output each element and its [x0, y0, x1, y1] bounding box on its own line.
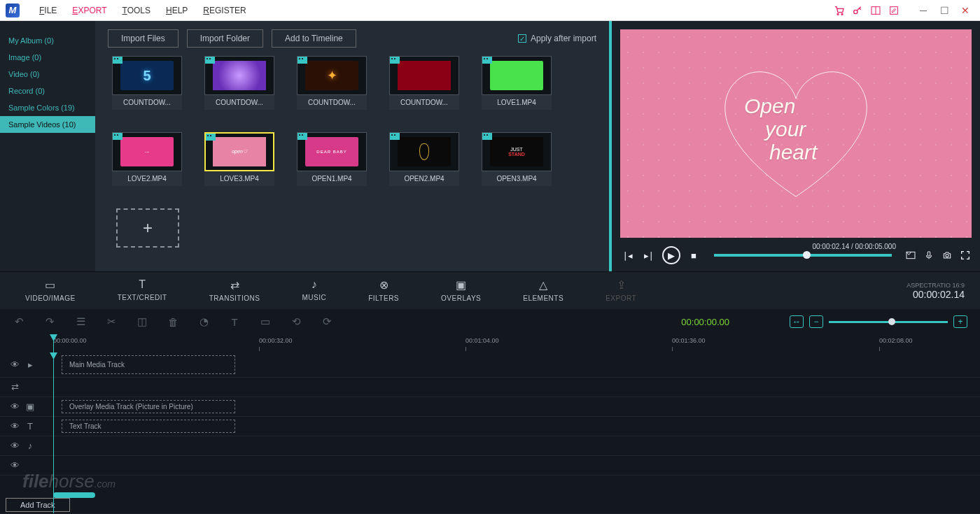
- key-icon[interactable]: [851, 4, 864, 17]
- next-frame-button[interactable]: ▸∣: [641, 248, 657, 263]
- ruler-tick: 00:01:04.00: [465, 337, 499, 344]
- rotate-left-icon[interactable]: ⟲: [290, 315, 302, 328]
- tab-textcredit[interactable]: TTEXT/CREDIT: [97, 276, 188, 306]
- track-extra[interactable]: 👁: [0, 456, 980, 476]
- tab-filters[interactable]: ⊗FILTERS: [347, 276, 420, 306]
- mode-tabbar: ▭VIDEO/IMAGETTEXT/CREDIT⇄TRANSITIONS♪MUS…: [0, 271, 980, 309]
- eye-icon[interactable]: 👁: [10, 360, 20, 370]
- menu-export[interactable]: EXPORT: [65, 3, 113, 18]
- swap-icon[interactable]: ⇄: [10, 383, 20, 392]
- timeline-cursor-time: 00:00:00.00: [681, 317, 729, 327]
- media-item-5[interactable]: ···LOVE2.MP4: [112, 132, 182, 186]
- window-minimize[interactable]: ─: [914, 3, 932, 18]
- media-label: OPEN2.MP4: [389, 171, 459, 186]
- cart-icon[interactable]: [833, 4, 846, 17]
- overlay-track-placeholder[interactable]: Overlay Media Track (Picture in Picture): [62, 400, 235, 413]
- playhead[interactable]: [53, 334, 54, 352]
- sidebar-sample-videos[interactable]: Sample Videos (10): [0, 116, 95, 133]
- media-item-1[interactable]: COUNTDOW...: [204, 56, 274, 110]
- eye-icon[interactable]: 👁: [10, 422, 20, 431]
- overlay-track-icon: ▣: [25, 402, 35, 412]
- sidebar-video[interactable]: Video (0): [0, 66, 95, 83]
- crop2-icon[interactable]: ▭: [259, 315, 272, 328]
- audio-track-icon: ♪: [25, 441, 35, 451]
- timecode-display: 00:00:02.14: [906, 289, 965, 300]
- settings-icon[interactable]: ☰: [74, 315, 87, 328]
- svg-point-2: [854, 10, 858, 13]
- cut-icon[interactable]: ✂: [105, 315, 118, 328]
- track-audio[interactable]: 👁♪: [0, 436, 980, 456]
- tab-overlays[interactable]: ▣OVERLAYS: [420, 276, 502, 306]
- snapshot-icon[interactable]: [904, 249, 917, 262]
- fullscreen-icon[interactable]: [959, 249, 972, 262]
- rotate-right-icon[interactable]: ⟳: [321, 315, 333, 328]
- timeline: 👁▸ Main Media Track ⇄ 👁▣ Overlay Media T…: [0, 352, 980, 513]
- speed-icon[interactable]: ◔: [197, 315, 210, 328]
- prev-frame-button[interactable]: ∣◂: [620, 248, 636, 263]
- import-folder-button[interactable]: Import Folder: [187, 29, 263, 48]
- track-swap[interactable]: ⇄: [0, 378, 980, 397]
- zoom-out-button[interactable]: −: [809, 315, 823, 328]
- voiceover-icon[interactable]: [923, 249, 935, 262]
- track-text[interactable]: 👁T Text Track: [0, 417, 980, 436]
- import-files-button[interactable]: Import Files: [108, 29, 178, 48]
- svg-rect-7: [927, 252, 930, 256]
- media-item-6[interactable]: open♡LOVE3.MP4: [204, 132, 274, 186]
- main-track-placeholder[interactable]: Main Media Track: [62, 355, 235, 374]
- timeline-ruler[interactable]: 00:00:00.0000:00:32.0000:01:04.0000:01:3…: [0, 334, 980, 352]
- preview-seek-slider[interactable]: [714, 254, 892, 257]
- tab-transitions[interactable]: ⇄TRANSITIONS: [188, 276, 281, 306]
- eye-icon[interactable]: 👁: [10, 402, 20, 412]
- zoom-fit-button[interactable]: ↔: [790, 315, 804, 328]
- eye-icon[interactable]: 👁: [10, 461, 20, 471]
- tab-music[interactable]: ♪MUSIC: [281, 276, 347, 306]
- menu-register[interactable]: REGISTER: [196, 3, 253, 18]
- track-overlay[interactable]: 👁▣ Overlay Media Track (Picture in Pictu…: [0, 397, 980, 417]
- text-track-placeholder[interactable]: Text Track: [62, 420, 235, 433]
- playhead-line[interactable]: [53, 352, 54, 513]
- preview-timecode: 00:00:02.14 / 00:00:05.000: [812, 243, 896, 250]
- add-track-button[interactable]: Add Track: [6, 498, 70, 512]
- crop-icon[interactable]: ◫: [136, 315, 148, 328]
- play-button[interactable]: ▶: [662, 246, 680, 264]
- zoom-slider[interactable]: [829, 321, 948, 323]
- text-tool-icon[interactable]: T: [228, 315, 241, 328]
- track-main-media[interactable]: 👁▸ Main Media Track: [0, 352, 980, 378]
- menu-file[interactable]: FILE: [32, 3, 64, 18]
- eye-icon[interactable]: 👁: [10, 441, 20, 451]
- window-maximize[interactable]: ☐: [935, 3, 953, 18]
- add-media-button[interactable]: +: [116, 208, 179, 248]
- timeline-hscroll[interactable]: [53, 492, 95, 498]
- apply-after-import-checkbox[interactable]: ✓Apply after import: [518, 34, 596, 43]
- layout-icon[interactable]: [869, 4, 882, 17]
- sidebar-image[interactable]: Image (0): [0, 49, 95, 66]
- undo-icon[interactable]: ↶: [13, 315, 25, 328]
- media-item-4[interactable]: LOVE1.MP4: [482, 56, 552, 110]
- delete-icon[interactable]: 🗑: [167, 315, 179, 328]
- media-item-8[interactable]: OPEN2.MP4: [389, 132, 459, 186]
- svg-rect-5: [890, 6, 898, 14]
- media-item-3[interactable]: COUNTDOW...: [389, 56, 459, 110]
- sidebar-record[interactable]: Record (0): [0, 83, 95, 99]
- edit-icon[interactable]: [888, 4, 900, 17]
- media-item-9[interactable]: JUSTSTANDOPEN3.MP4: [482, 132, 552, 186]
- svg-point-0: [837, 13, 839, 15]
- tab-videoimage[interactable]: ▭VIDEO/IMAGE: [4, 276, 97, 306]
- sidebar-sample-colors[interactable]: Sample Colors (19): [0, 99, 95, 116]
- menu-help[interactable]: HELP: [159, 3, 195, 18]
- sidebar-my-album[interactable]: My Album (0): [0, 32, 95, 49]
- media-item-2[interactable]: ✦COUNTDOW...: [297, 56, 367, 110]
- media-item-7[interactable]: DEAR BABYOPEN1.MP4: [297, 132, 367, 186]
- tab-export: ⇪EXPORT: [584, 276, 657, 306]
- add-to-timeline-button[interactable]: Add to Timeline: [272, 29, 356, 48]
- media-item-0[interactable]: 5COUNTDOW...: [112, 56, 182, 110]
- redo-icon[interactable]: ↷: [43, 315, 56, 328]
- app-logo: M: [6, 3, 20, 17]
- tab-elements[interactable]: △ELEMENTS: [502, 276, 584, 306]
- camera-icon[interactable]: [941, 249, 953, 262]
- zoom-in-button[interactable]: +: [953, 315, 967, 328]
- window-close[interactable]: ✕: [956, 3, 974, 18]
- stop-button[interactable]: ■: [686, 248, 701, 263]
- menu-tools[interactable]: TOOLS: [115, 3, 158, 18]
- preview-video[interactable]: Open your heart: [620, 29, 972, 238]
